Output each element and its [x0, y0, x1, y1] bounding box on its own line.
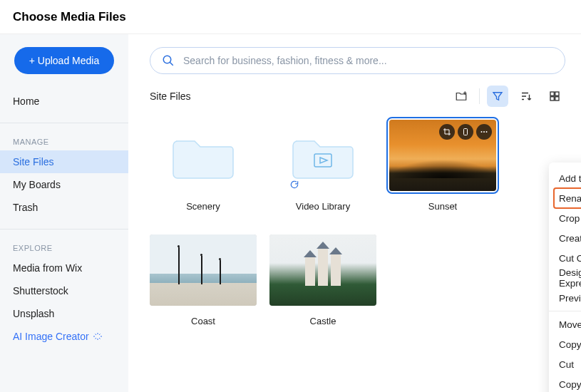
- context-menu-item[interactable]: Copy URL: [549, 374, 581, 392]
- tile-hover-actions: [439, 124, 492, 140]
- svg-line-1: [170, 62, 173, 66]
- svg-rect-3: [555, 92, 559, 96]
- menu-item-label: Rename: [559, 193, 581, 204]
- context-menu-item[interactable]: PreviewSpace: [549, 288, 581, 308]
- menu-item-label: Preview: [559, 293, 581, 304]
- menu-item-label: Cut: [559, 359, 574, 370]
- menu-item-label: Cut Out Background: [559, 253, 581, 264]
- menu-separator: [549, 311, 581, 311]
- menu-item-label: Add to Board: [559, 173, 581, 184]
- dialog-header: Choose Media Files: [0, 0, 581, 34]
- dialog-title: Choose Media Files: [13, 10, 126, 24]
- filter-icon: [491, 90, 504, 103]
- tile-caption: Castle: [269, 316, 376, 326]
- tile-caption: Video Library: [269, 201, 376, 212]
- crop-icon: [443, 128, 451, 136]
- tile-caption: Scenery: [150, 201, 257, 212]
- context-menu-item[interactable]: Rename: [549, 188, 581, 208]
- context-menu: Add to BoardRenameCrop & EditCreate a Vi…: [549, 163, 581, 392]
- breadcrumb: Site Files: [150, 91, 191, 102]
- thumbnail-coast[interactable]: [150, 234, 257, 306]
- context-menu-item[interactable]: Move to...: [549, 314, 581, 334]
- svg-rect-2: [550, 92, 554, 96]
- folder-icon: [172, 130, 235, 181]
- sort-icon: [520, 90, 533, 103]
- context-menu-item[interactable]: CopyCtrl+C: [549, 334, 581, 354]
- tile-caption: Coast: [150, 316, 257, 326]
- menu-item-label: Move to...: [559, 319, 581, 330]
- sidebar-item-site-files[interactable]: Site Files: [0, 150, 128, 173]
- device-icon: [461, 128, 470, 136]
- context-menu-item[interactable]: CutCtrl+X: [549, 354, 581, 374]
- search-bar[interactable]: [150, 47, 565, 74]
- filter-button[interactable]: [487, 86, 508, 107]
- main-panel: Site Files: [128, 34, 581, 392]
- svg-point-8: [481, 131, 483, 133]
- context-menu-item[interactable]: Crop & Edit: [549, 208, 581, 228]
- sidebar-item-shutterstock[interactable]: Shutterstock: [0, 279, 128, 302]
- svg-point-0: [163, 56, 171, 63]
- svg-rect-7: [464, 129, 468, 135]
- sidebar-section-explore: EXPLORE: [0, 231, 128, 257]
- search-input[interactable]: [183, 55, 553, 66]
- grid-image[interactable]: Sunset: [389, 120, 496, 212]
- svg-rect-4: [550, 97, 554, 100]
- sidebar: + Upload Media Home MANAGE Site Files My…: [0, 34, 128, 392]
- sidebar-item-my-boards[interactable]: My Boards: [0, 173, 128, 196]
- preview-button[interactable]: [458, 124, 473, 140]
- sidebar-item-label: AI Image Creator: [13, 331, 89, 342]
- context-menu-item[interactable]: Add to Board: [549, 168, 581, 188]
- context-menu-item[interactable]: Design with Adobe Express: [549, 268, 581, 288]
- divider: [479, 88, 480, 104]
- folder-icon: [292, 130, 354, 181]
- svg-point-9: [483, 131, 485, 133]
- more-icon: [480, 128, 488, 136]
- folder-plus-icon: [455, 90, 468, 103]
- divider: [0, 229, 128, 229]
- sidebar-item-media-from-wix[interactable]: Media from Wix: [0, 257, 128, 279]
- tile-caption: Sunset: [389, 201, 496, 212]
- thumbnail-castle[interactable]: [269, 234, 376, 306]
- grid-image[interactable]: Coast: [150, 234, 257, 326]
- sidebar-section-manage: MANAGE: [0, 125, 128, 150]
- view-grid-button[interactable]: [544, 86, 565, 107]
- grid-folder[interactable]: Video Library: [269, 120, 376, 212]
- search-icon: [162, 54, 175, 67]
- sync-icon: [289, 180, 299, 190]
- context-menu-item[interactable]: Cut Out Background: [549, 248, 581, 268]
- context-menu-item[interactable]: Create a Video: [549, 228, 581, 248]
- sidebar-item-unsplash[interactable]: Unsplash: [0, 302, 128, 325]
- menu-item-label: Crop & Edit: [559, 213, 581, 224]
- grid-folder[interactable]: Scenery: [150, 120, 257, 212]
- file-grid: Scenery Video Library Su: [150, 120, 565, 326]
- upload-media-button[interactable]: + Upload Media: [14, 47, 114, 74]
- divider: [0, 123, 128, 123]
- crop-button[interactable]: [439, 124, 455, 140]
- sidebar-item-ai-image-creator[interactable]: AI Image Creator: [0, 325, 128, 348]
- sparkle-icon: [93, 332, 102, 341]
- menu-item-label: Create a Video: [559, 233, 581, 244]
- menu-item-label: Design with Adobe Express: [559, 267, 581, 289]
- menu-item-label: Copy: [559, 339, 581, 350]
- toolbar: Site Files: [150, 86, 565, 107]
- svg-point-10: [486, 131, 488, 133]
- sidebar-item-trash[interactable]: Trash: [0, 196, 128, 219]
- menu-item-label: Copy URL: [559, 379, 581, 390]
- grid-icon: [548, 90, 561, 103]
- sort-button[interactable]: [515, 86, 537, 107]
- new-folder-button[interactable]: [451, 86, 472, 107]
- thumbnail-sunset[interactable]: [389, 120, 496, 191]
- grid-image[interactable]: Castle: [269, 234, 376, 326]
- svg-rect-5: [555, 97, 559, 100]
- more-button[interactable]: [476, 124, 492, 140]
- sidebar-item-home[interactable]: Home: [0, 90, 128, 113]
